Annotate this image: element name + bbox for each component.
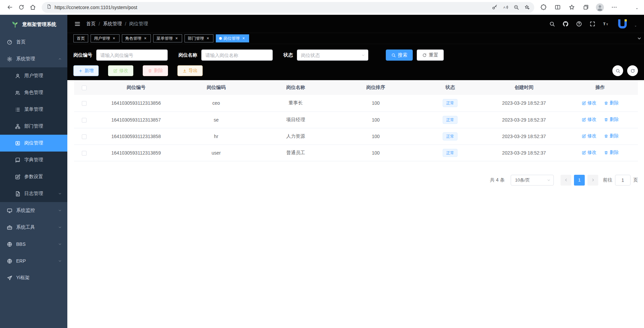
sidebar-item-log-management[interactable]: 日志管理: [0, 185, 67, 202]
caret-down-icon[interactable]: [635, 7, 639, 10]
add-button[interactable]: 新增: [73, 65, 99, 76]
reset-button[interactable]: 重置: [417, 50, 444, 61]
tab-home[interactable]: 首页: [73, 34, 88, 42]
row-delete-link[interactable]: 删除: [604, 150, 619, 156]
toggle-search-button[interactable]: [612, 65, 623, 76]
leaf-logo-icon: [11, 20, 19, 28]
caret-down-icon[interactable]: [634, 25, 637, 28]
sidebar-item-user-management[interactable]: 用户管理: [0, 67, 67, 84]
sidebar-item-post-management[interactable]: 岗位管理: [0, 135, 67, 152]
select-all-checkbox[interactable]: [82, 86, 87, 90]
breadcrumb-home[interactable]: 首页: [86, 21, 96, 27]
tab-role-management[interactable]: 角色管理 ×: [122, 34, 151, 42]
edit-button[interactable]: 修改: [108, 65, 133, 76]
search-icon[interactable]: [549, 21, 555, 27]
sidebar-item-system-management[interactable]: 系统管理: [0, 51, 67, 67]
chevron-down-icon: [58, 208, 62, 212]
sidebar-item-param-settings[interactable]: 参数设置: [0, 168, 67, 185]
sidebar-item-erp[interactable]: ERP: [0, 253, 67, 269]
sidebar-item-dept-management[interactable]: 部门管理: [0, 118, 67, 135]
add-button-label: 新增: [84, 68, 94, 74]
tab-dept-management[interactable]: 部门管理 ×: [184, 34, 213, 42]
back-button[interactable]: [4, 2, 15, 13]
tags-view-bar: 首页 用户管理 × 角色管理 × 菜单管理 × 部门管理 × 岗位管理 ×: [67, 33, 644, 44]
row-edit-link[interactable]: 修改: [582, 150, 597, 156]
tab-menu-management[interactable]: 菜单管理 ×: [153, 34, 182, 42]
tabs-dropdown-icon[interactable]: [637, 36, 642, 41]
puzzle-icon: [540, 4, 547, 10]
post-name-input[interactable]: [201, 50, 273, 61]
sidebar-item-yi-framework[interactable]: Yi框架: [0, 269, 67, 286]
add-favorite-button[interactable]: [522, 3, 532, 12]
fullscreen-icon[interactable]: [589, 21, 596, 27]
row-delete-link[interactable]: 删除: [604, 117, 619, 123]
row-checkbox[interactable]: [82, 134, 87, 139]
prev-page-button[interactable]: [561, 175, 571, 186]
close-icon[interactable]: ×: [112, 36, 116, 41]
reload-button[interactable]: [15, 2, 27, 13]
refresh-table-button[interactable]: [627, 65, 638, 76]
extensions-button[interactable]: [538, 2, 548, 12]
cell-post-name: 人力资源: [255, 128, 337, 144]
row-checkbox[interactable]: [82, 118, 87, 123]
row-delete-link[interactable]: 删除: [604, 133, 619, 139]
font-size-icon[interactable]: [603, 21, 609, 27]
id-badge-icon: [15, 140, 21, 146]
status-select[interactable]: [297, 50, 368, 61]
sidebar-item-label: 参数设置: [24, 174, 43, 180]
close-icon[interactable]: ×: [206, 36, 210, 41]
next-page-button[interactable]: [587, 175, 598, 186]
tab-user-management[interactable]: 用户管理 ×: [91, 34, 120, 42]
zoom-button[interactable]: [511, 3, 521, 12]
sidebar-item-menu-management[interactable]: 菜单管理: [0, 101, 67, 118]
read-aloud-button[interactable]: [501, 3, 510, 12]
close-icon[interactable]: ×: [174, 36, 179, 41]
row-edit-link[interactable]: 修改: [582, 117, 597, 123]
zoom-icon: [513, 4, 519, 10]
split-screen-button[interactable]: [552, 2, 563, 12]
status-select-input[interactable]: [297, 50, 368, 61]
goto-label: 前往: [603, 177, 612, 183]
breadcrumb-system[interactable]: 系统管理: [103, 21, 122, 27]
sidebar-item-label: Yi框架: [16, 275, 30, 281]
url-text[interactable]: https://ccnetcore.com:1101/system/post: [55, 5, 490, 10]
row-edit-link[interactable]: 修改: [582, 133, 597, 139]
close-icon[interactable]: ×: [143, 36, 147, 41]
tab-post-management[interactable]: 岗位管理 ×: [216, 34, 249, 42]
collections-button[interactable]: [581, 2, 591, 12]
row-checkbox[interactable]: [82, 101, 87, 106]
post-code-input[interactable]: [96, 50, 168, 61]
row-edit-link[interactable]: 修改: [582, 100, 597, 106]
dashboard-icon: [7, 39, 12, 45]
sidebar-item-system-tools[interactable]: 系统工具: [0, 219, 67, 236]
search-button[interactable]: 搜索: [386, 50, 413, 61]
close-icon[interactable]: ×: [241, 36, 246, 41]
user-avatar-logo[interactable]: [616, 18, 629, 30]
cell-post-name: 普通员工: [255, 144, 337, 161]
github-icon[interactable]: [563, 21, 569, 27]
cell-post-code: se: [178, 111, 255, 128]
goto-page-input[interactable]: [615, 175, 631, 186]
sidebar-item-home[interactable]: 首页: [0, 34, 67, 51]
help-icon[interactable]: [576, 21, 582, 27]
browser-home-button[interactable]: [27, 2, 38, 13]
app-logo[interactable]: 意框架管理系统: [0, 15, 67, 34]
row-checkbox[interactable]: [82, 151, 87, 156]
address-bar[interactable]: https://ccnetcore.com:1101/system/post: [42, 2, 534, 13]
page-size-select[interactable]: 10条/页: [511, 175, 554, 186]
export-button[interactable]: 导出: [177, 65, 203, 76]
sidebar-item-role-management[interactable]: 角色管理: [0, 84, 67, 101]
password-key-button[interactable]: [490, 3, 499, 12]
browser-settings-button[interactable]: [609, 2, 619, 12]
sidebar-item-dict-management[interactable]: 字典管理: [0, 152, 67, 168]
copilot-button[interactable]: [623, 2, 633, 12]
sidebar-toggle-icon[interactable]: [74, 21, 81, 27]
row-delete-link[interactable]: 删除: [604, 100, 619, 106]
favorites-button[interactable]: [567, 2, 577, 12]
collections-icon: [583, 4, 589, 10]
sidebar-item-system-monitor[interactable]: 系统监控: [0, 202, 67, 219]
delete-button[interactable]: 删除: [143, 65, 168, 76]
profile-button[interactable]: [595, 2, 605, 12]
page-number-1[interactable]: 1: [574, 175, 585, 186]
sidebar-item-bbs[interactable]: BBS: [0, 236, 67, 253]
